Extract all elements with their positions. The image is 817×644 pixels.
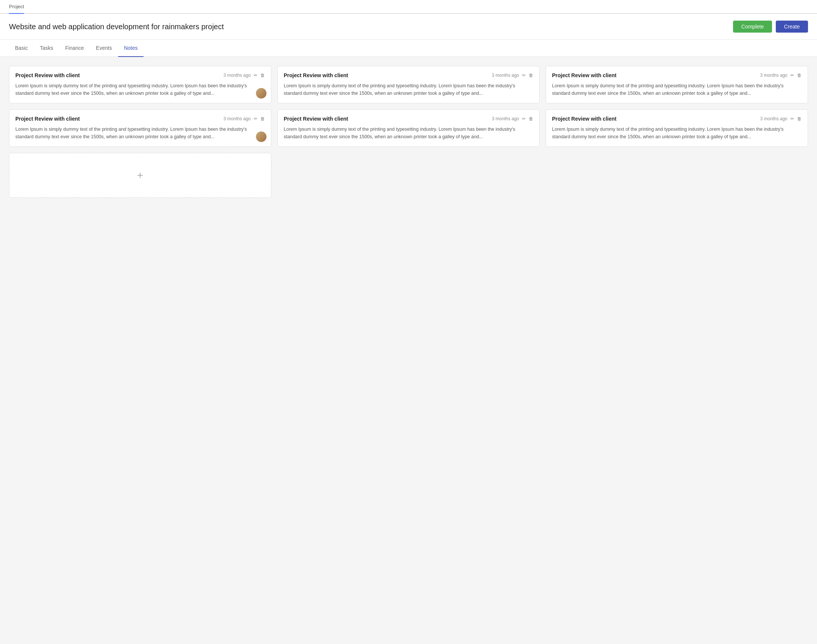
note-timestamp: 3 months ago — [760, 116, 788, 121]
delete-icon[interactable]: 🗑 — [529, 116, 533, 121]
tab-notes[interactable]: Notes — [118, 40, 144, 57]
note-meta: 3 months ago ✏ 🗑 — [760, 116, 802, 121]
page-header: Website and web application development … — [0, 14, 817, 40]
note-avatar — [256, 132, 266, 142]
complete-button[interactable]: Complete — [733, 21, 772, 32]
note-body: Lorem Ipsum is simply dummy text of the … — [15, 126, 265, 141]
note-card-header: Project Review with client 3 months ago … — [15, 72, 265, 78]
note-card-6: Project Review with client 3 months ago … — [546, 109, 808, 147]
note-card-header: Project Review with client 3 months ago … — [552, 116, 802, 122]
note-body: Lorem Ipsum is simply dummy text of the … — [15, 82, 265, 97]
top-nav-title[interactable]: Project — [9, 0, 24, 14]
note-card-1: Project Review with client 3 months ago … — [9, 66, 271, 103]
note-card-5: Project Review with client 3 months ago … — [277, 109, 540, 147]
edit-icon[interactable]: ✏ — [790, 73, 794, 78]
create-button[interactable]: Create — [776, 21, 808, 32]
note-card-4: Project Review with client 3 months ago … — [9, 109, 271, 147]
tab-events[interactable]: Events — [90, 40, 118, 57]
delete-icon[interactable]: 🗑 — [261, 73, 265, 78]
delete-icon[interactable]: 🗑 — [529, 73, 533, 78]
edit-icon[interactable]: ✏ — [522, 73, 526, 78]
note-meta: 3 months ago ✏ 🗑 — [223, 73, 265, 78]
edit-icon[interactable]: ✏ — [254, 116, 258, 121]
tab-tasks[interactable]: Tasks — [34, 40, 59, 57]
delete-icon[interactable]: 🗑 — [261, 116, 265, 121]
note-timestamp: 3 months ago — [492, 73, 519, 78]
header-buttons: Complete Create — [733, 21, 808, 32]
note-meta: 3 months ago ✏ 🗑 — [492, 116, 533, 121]
add-note-icon: + — [137, 169, 143, 181]
note-card-3: Project Review with client 3 months ago … — [546, 66, 808, 103]
note-body: Lorem Ipsum is simply dummy text of the … — [552, 126, 802, 141]
note-title: Project Review with client — [15, 116, 80, 122]
page-title: Website and web application development … — [9, 23, 224, 31]
add-note-card[interactable]: + — [9, 153, 271, 198]
note-body: Lorem Ipsum is simply dummy text of the … — [284, 82, 533, 97]
note-card-2: Project Review with client 3 months ago … — [277, 66, 540, 103]
tab-basic[interactable]: Basic — [9, 40, 34, 57]
notes-grid: Project Review with client 3 months ago … — [9, 66, 808, 198]
note-avatar — [256, 88, 266, 98]
note-title: Project Review with client — [552, 72, 616, 78]
note-timestamp: 3 months ago — [760, 73, 788, 78]
note-card-header: Project Review with client 3 months ago … — [284, 72, 533, 78]
delete-icon[interactable]: 🗑 — [797, 116, 802, 121]
note-title: Project Review with client — [284, 116, 348, 122]
notes-content: Project Review with client 3 months ago … — [0, 57, 817, 207]
note-timestamp: 3 months ago — [492, 116, 519, 121]
note-meta: 3 months ago ✏ 🗑 — [223, 116, 265, 121]
note-body: Lorem Ipsum is simply dummy text of the … — [552, 82, 802, 97]
note-title: Project Review with client — [552, 116, 616, 122]
note-title: Project Review with client — [15, 72, 80, 78]
note-card-header: Project Review with client 3 months ago … — [15, 116, 265, 122]
edit-icon[interactable]: ✏ — [790, 116, 794, 121]
top-nav: Project — [0, 0, 817, 14]
edit-icon[interactable]: ✏ — [254, 73, 258, 78]
note-card-header: Project Review with client 3 months ago … — [284, 116, 533, 122]
note-title: Project Review with client — [284, 72, 348, 78]
note-timestamp: 3 months ago — [223, 116, 251, 121]
note-body: Lorem Ipsum is simply dummy text of the … — [284, 126, 533, 141]
note-timestamp: 3 months ago — [223, 73, 251, 78]
tab-finance[interactable]: Finance — [59, 40, 90, 57]
tabs-bar: Basic Tasks Finance Events Notes — [0, 40, 817, 57]
note-card-header: Project Review with client 3 months ago … — [552, 72, 802, 78]
note-meta: 3 months ago ✏ 🗑 — [760, 73, 802, 78]
delete-icon[interactable]: 🗑 — [797, 73, 802, 78]
edit-icon[interactable]: ✏ — [522, 116, 526, 121]
note-meta: 3 months ago ✏ 🗑 — [492, 73, 533, 78]
